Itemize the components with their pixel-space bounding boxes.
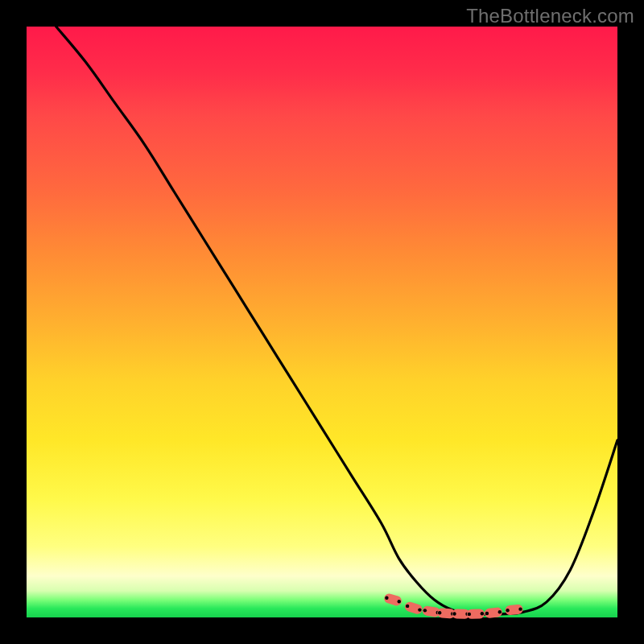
chart-frame: TheBottleneck.com — [0, 0, 644, 644]
bottleneck-curve — [56, 27, 617, 614]
marker-end-dot — [452, 612, 456, 615]
chart-svg — [27, 27, 617, 617]
marker-end-dot — [385, 597, 388, 600]
marker-end-dot — [468, 613, 471, 616]
chart-plot-area — [27, 27, 617, 617]
watermark-text: TheBottleneck.com — [466, 5, 634, 27]
marker-capsule — [403, 601, 423, 615]
marker-end-dot — [438, 611, 441, 614]
marker-end-dot — [498, 610, 502, 613]
marker-capsule — [383, 592, 402, 607]
marker-end-dot — [485, 612, 489, 615]
marker-end-dot — [418, 608, 421, 611]
marker-end-dot — [398, 600, 401, 603]
marker-end-dot — [481, 612, 484, 615]
marker-end-dot — [506, 609, 509, 612]
marker-end-dot — [406, 605, 409, 608]
marker-end-dot — [423, 609, 427, 612]
marker-end-dot — [518, 607, 522, 610]
